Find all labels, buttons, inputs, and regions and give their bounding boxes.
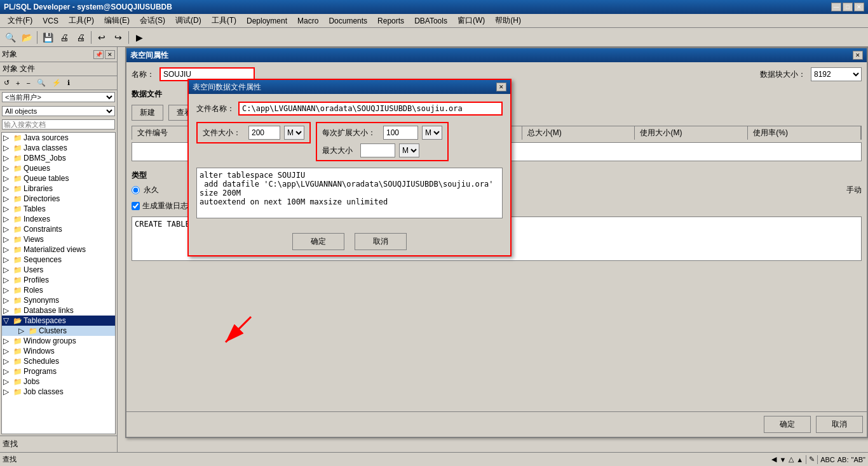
sidebar-pin-btn[interactable]: 📌 [93, 50, 104, 59]
tree-item-java-sources[interactable]: ▷ 📁 Java sources [2, 133, 115, 143]
menu-tools-p[interactable]: 工具(P) [64, 14, 99, 27]
tree-item-dbms-jobs[interactable]: ▷ 📁 DBMS_Jobs [2, 153, 115, 163]
tree-item-indexes[interactable]: ▷ 📁 Indexes [2, 214, 115, 224]
tablespace-dialog-close[interactable]: ✕ [853, 51, 863, 60]
sidebar-objects-dropdown[interactable]: All objects [2, 106, 115, 116]
menu-macro[interactable]: Macro [292, 15, 323, 27]
toolbar-btn-redo[interactable]: ↪ [111, 30, 126, 45]
object-tree: ▷ 📁 Java sources ▷ 📁 Java classes ▷ 📁 DB… [1, 132, 116, 434]
tree-item-users[interactable]: ▷ 📁 Users [2, 265, 115, 275]
block-size-select[interactable]: 8192 [811, 67, 862, 81]
tree-item-windows[interactable]: ▷ 📁 Windows [2, 346, 115, 356]
tree-item-database-links[interactable]: ▷ 📁 Database links [2, 305, 115, 316]
menu-session[interactable]: 会话(S) [135, 14, 170, 27]
toolbar-add[interactable]: + [13, 78, 22, 88]
datafile-dialog-close[interactable]: ✕ [496, 83, 506, 91]
filename-input[interactable] [238, 102, 503, 116]
tree-item-tablespaces[interactable]: ▽ 📂 Tablespaces [2, 316, 115, 326]
tree-item-roles[interactable]: ▷ 📁 Roles [2, 285, 115, 295]
tree-item-profiles[interactable]: ▷ 📁 Profiles [2, 275, 115, 285]
status-icon-3[interactable]: △ [789, 455, 794, 463]
folder-icon: 📁 [13, 256, 22, 264]
toolbar-search-obj[interactable]: 🔍 [34, 77, 48, 88]
tree-item-libraries[interactable]: ▷ 📁 Libraries [2, 183, 115, 194]
tree-item-schedules[interactable]: ▷ 📁 Schedules [2, 356, 115, 366]
toolbar-btn-run[interactable]: ▶ [132, 30, 147, 45]
sidebar-search[interactable] [2, 119, 115, 130]
toolbar-btn-undo[interactable]: ↩ [94, 30, 109, 45]
tablespace-dialog-buttons: 确定 取消 [126, 411, 867, 437]
sidebar-tab[interactable]: 对象 文件 [0, 62, 117, 76]
tree-item-queues[interactable]: ▷ 📁 Queues [2, 163, 115, 173]
search-input[interactable] [2, 119, 115, 130]
inner-ok-btn[interactable]: 确定 [292, 233, 344, 250]
status-icon-edit[interactable]: ✎ [809, 455, 815, 463]
sql-textarea[interactable]: alter tablespace SOUJIU add datafile 'C:… [196, 168, 503, 218]
cancel-btn[interactable]: 取消 [816, 416, 863, 433]
tree-item-tables[interactable]: ▷ 📁 Tables [2, 204, 115, 214]
menu-reports[interactable]: Reports [372, 15, 409, 27]
close-btn[interactable]: ✕ [854, 3, 864, 11]
tree-item-materialized-views[interactable]: ▷ 📁 Materialized views [2, 244, 115, 255]
tree-item-directories[interactable]: ▷ 📁 Directories [2, 194, 115, 204]
inner-cancel-btn[interactable]: 取消 [355, 233, 407, 250]
menu-documents[interactable]: Documents [323, 15, 372, 27]
sidebar-close-btn[interactable]: ✕ [105, 50, 115, 59]
menu-tools[interactable]: 工具(T) [207, 14, 241, 27]
menu-dbatools[interactable]: DBATools [409, 15, 452, 27]
menu-bar: 文件(F) VCS 工具(P) 编辑(E) 会话(S) 调试(D) 工具(T) … [0, 14, 868, 28]
toolbar-minus[interactable]: − [24, 78, 32, 88]
toolbar-refresh[interactable]: ↺ [1, 77, 12, 88]
tree-item-synonyms[interactable]: ▷ 📁 Synonyms [2, 295, 115, 305]
tree-item-job-classes[interactable]: ▷ 📁 Job classes [2, 387, 115, 397]
maximize-btn[interactable]: □ [843, 3, 853, 11]
tree-item-jobs[interactable]: ▷ 📁 Jobs [2, 376, 115, 387]
tree-item-clusters[interactable]: ▷ 📁 Clusters [2, 326, 115, 336]
tree-item-java-classes[interactable]: ▷ 📁 Java classes [2, 143, 115, 153]
sidebar-title: 对象 [2, 49, 17, 60]
filesize-unit-select[interactable]: M [284, 126, 304, 140]
tree-item-views[interactable]: ▷ 📁 Views [2, 234, 115, 244]
autoextend-input[interactable] [383, 126, 418, 140]
status-icon-2[interactable]: ▼ [779, 456, 786, 463]
tree-item-window-groups[interactable]: ▷ 📁 Window groups [2, 336, 115, 346]
toolbar-btn-1[interactable]: 🔍 [3, 30, 18, 45]
th-used-size: 使用大小(M) [635, 126, 748, 140]
redo-log-checkbox[interactable] [132, 202, 140, 210]
tree-item-programs[interactable]: ▷ 📁 Programs [2, 366, 115, 376]
menu-window[interactable]: 窗口(W) [452, 14, 490, 27]
new-btn[interactable]: 新建 [132, 105, 163, 121]
menu-edit[interactable]: 编辑(E) [99, 14, 135, 27]
menu-vcs[interactable]: VCS [37, 15, 64, 27]
status-icon-1[interactable]: ◀ [771, 455, 776, 463]
maxsize-unit-select[interactable]: M [399, 143, 419, 157]
sidebar-user-dropdown[interactable]: <当前用户> [2, 92, 115, 102]
toolbar-btn-3[interactable]: 💾 [40, 30, 55, 45]
maxsize-row: 最大大小 M [322, 143, 442, 157]
menu-file[interactable]: 文件(F) [3, 14, 37, 27]
objects-select[interactable]: All objects [2, 106, 115, 116]
ok-btn[interactable]: 确定 [764, 416, 811, 433]
filesize-input[interactable] [248, 126, 280, 140]
datafile-properties-dialog: 表空间数据文件属性 ✕ 文件名称： 文件大小： M [187, 79, 512, 256]
toolbar-connect[interactable]: ⚡ [50, 77, 64, 88]
maxsize-input[interactable] [360, 143, 395, 157]
permanent-radio[interactable] [132, 186, 140, 194]
toolbar-btn-2[interactable]: 📂 [19, 30, 34, 45]
toolbar-btn-4[interactable]: 🖨 [57, 30, 72, 45]
menu-deployment[interactable]: Deployment [241, 15, 292, 27]
menu-help[interactable]: 帮助(H) [490, 14, 526, 27]
user-select[interactable]: <当前用户> [2, 92, 115, 102]
tree-item-queue-tables[interactable]: ▷ 📁 Queue tables [2, 173, 115, 183]
menu-debug[interactable]: 调试(D) [170, 14, 207, 27]
status-icon-4[interactable]: ▲ [796, 456, 803, 463]
tree-item-sequences[interactable]: ▷ 📁 Sequences [2, 255, 115, 265]
status-icon-ab: AB: [837, 456, 849, 463]
window-controls: — □ ✕ [831, 3, 864, 11]
toolbar-info[interactable]: ℹ [65, 77, 72, 88]
minimize-btn[interactable]: — [831, 3, 841, 11]
toolbar-btn-5[interactable]: 🖨 [73, 30, 88, 45]
autoextend-unit-select[interactable]: M [422, 126, 442, 140]
sql-section: alter tablespace SOUJIU add datafile 'C:… [196, 168, 503, 220]
tree-item-constraints[interactable]: ▷ 📁 Constraints [2, 224, 115, 234]
